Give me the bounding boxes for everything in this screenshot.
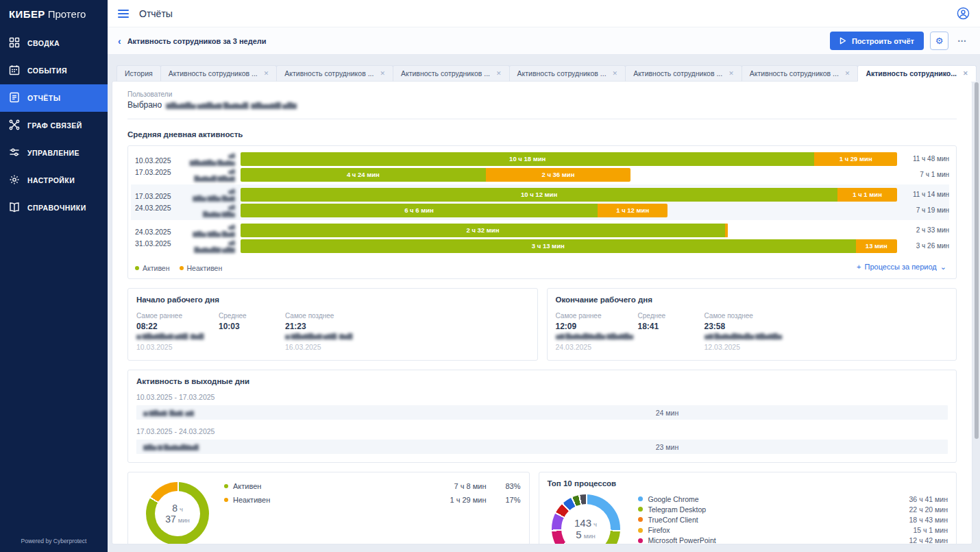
activity-legend: АктивенНеактивен: [135, 261, 232, 273]
avg-workday-donut[interactable]: 8ч 37мин: [146, 482, 209, 544]
center-minutes: 37: [165, 514, 176, 525]
activity-bar[interactable]: 10 ч 18 мин1 ч 29 мин: [241, 152, 897, 166]
activity-bar[interactable]: 10 ч 12 мин1 ч 1 мин: [241, 188, 897, 202]
inactive-segment-label: 1 ч 12 мин: [616, 206, 649, 214]
sidebar-item-label: УПРАВЛЕНИЕ: [27, 149, 79, 157]
active-segment-label: 6 ч 6 мин: [404, 206, 434, 214]
process-name: Firefox: [648, 526, 670, 534]
tab-close-icon[interactable]: ✕: [613, 70, 618, 77]
sidebar-item-graf-svyazey[interactable]: ГРАФ СВЯЗЕЙ: [0, 112, 108, 139]
sidebar-item-otchety[interactable]: ОТЧЁТЫ: [0, 84, 108, 112]
back-chevron-icon[interactable]: ‹: [118, 36, 121, 46]
sidebar-item-svodka[interactable]: СВОДКА: [0, 29, 108, 57]
top-donut-center: 143ч 5мин: [561, 504, 611, 544]
bar-track: 3 ч 13 мин13 мин: [241, 239, 897, 253]
redacted-user-line: ▅▇: [176, 204, 235, 211]
tab-item[interactable]: История: [117, 65, 161, 82]
report-title[interactable]: Активность сотрудников за 3 недели: [127, 37, 267, 45]
bar-track: 10 ч 12 мин1 ч 1 мин: [241, 188, 897, 202]
report-settings-button[interactable]: ⚙: [930, 32, 948, 50]
sidebar-item-spravochniki[interactable]: СПРАВОЧНИКИ: [0, 194, 108, 221]
processes-period-link[interactable]: + Процессы за период ⌄: [857, 263, 946, 272]
tab-close-icon[interactable]: ✕: [496, 70, 502, 77]
sidebar-item-sobytiya[interactable]: СОБЫТИЯ: [0, 57, 108, 84]
avgday-legend-value: 1 ч 29 мин: [437, 496, 487, 504]
legend-item: Неактивен: [180, 264, 223, 272]
activity-group: 10.03.202517.03.2025▅▇▆▇▅▆▇▅ ▇▅▆▅10 ч 18…: [131, 149, 949, 184]
period-end-date: 17.03.2025: [135, 167, 176, 178]
period-end-date: 31.03.2025: [135, 238, 176, 250]
hamburger-menu-icon[interactable]: [118, 8, 129, 20]
activity-group: 24.03.202531.03.2025▅▇▆▇▅ ▆▇▅ ▇▅▆2 ч 32 …: [131, 220, 949, 256]
tab-item[interactable]: Активность сотрудников ...✕: [742, 65, 859, 82]
report-header-bar: ‹ Активность сотрудников за 3 недели Пос…: [108, 27, 980, 55]
active-segment: 4 ч 24 мин: [241, 168, 486, 182]
top-processes-body: 143ч 5мин Google Chrome36 ч 41 минTelegr…: [548, 492, 948, 544]
inactive-segment-label: 2 ч 36 мин: [541, 171, 574, 178]
work-day-cards: Начало рабочего дня Самое раннее 08:22 ▅…: [127, 288, 957, 361]
tab-active[interactable]: Активность сотруднико...✕: [857, 65, 976, 82]
process-dot: [638, 538, 643, 543]
tab-item[interactable]: Активность сотрудников ...✕: [509, 65, 626, 82]
avgday-legend-label: Неактивен: [233, 496, 270, 504]
tab-close-icon[interactable]: ✕: [728, 70, 734, 77]
sidebar-item-upravlenie[interactable]: УПРАВЛЕНИЕ: [0, 139, 108, 167]
day-start-earliest: Самое раннее 08:22 ▅ ▆▇▅▆▇▅▆ ▅▆▇, ▆▅▇ 10…: [136, 312, 219, 351]
weekend-activity-card: Активность в выходные дни 10.03.2025 - 1…: [127, 370, 957, 463]
process-row: Telegram Desktop22 ч 20 мин: [638, 504, 948, 514]
activity-bar[interactable]: 6 ч 6 мин1 ч 12 мин: [241, 204, 667, 217]
book-icon: [9, 202, 20, 214]
sidebar-item-label: СПРАВОЧНИКИ: [27, 204, 86, 212]
active-segment-label: 2 ч 32 мин: [466, 226, 499, 234]
legend-label: Активен: [143, 264, 170, 272]
top-processes-donut[interactable]: 143ч 5мин: [552, 494, 620, 544]
redacted-user-name: ▇▅▆▅▇▆ ▅▇▆: [176, 246, 235, 253]
activity-chart-footer: АктивенНеактивен + Процессы за период ⌄: [135, 261, 946, 273]
center-hours: 143: [574, 517, 591, 529]
activity-bar[interactable]: 3 ч 13 мин13 мин: [241, 239, 897, 253]
day-start-title: Начало рабочего дня: [136, 296, 529, 304]
activity-bar[interactable]: 2 ч 32 мин: [241, 224, 728, 237]
sidebar-item-label: ОТЧЁТЫ: [27, 94, 60, 102]
stat-date: 16.03.2025: [285, 343, 529, 351]
redacted-user-name: ▇▅▆▅▇ ▆▇▅▆: [176, 175, 235, 182]
tab-item[interactable]: Активность сотрудников ...✕: [625, 65, 742, 82]
sidebar-item-nastroyki[interactable]: НАСТРОЙКИ: [0, 167, 108, 194]
legend-dot: [224, 484, 228, 488]
tab-item[interactable]: Активность сотрудников ...✕: [276, 65, 393, 82]
redacted-user-name: ▅▆ ▇▅▆▅▇▆▅▇▅ ▆▇▅▆▇▅: [556, 333, 638, 340]
activity-bar[interactable]: 4 ч 24 мин2 ч 36 мин: [241, 168, 630, 182]
period-start-date: 10.03.2025: [135, 155, 176, 167]
user-account-icon[interactable]: [957, 7, 970, 20]
weekend-row: ▆▇▅ ▆ ▇▅▆▅▇▆▅▇23 мин: [136, 440, 948, 454]
activity-rows: ▅▇▆▇▅ ▆▇▅ ▇▅▆10 ч 12 мин1 ч 1 мин11 ч 14…: [176, 187, 949, 218]
tab-close-icon[interactable]: ✕: [845, 70, 850, 77]
user-label: ▅▇▇▅▆▅▇ ▆▇▅▆: [176, 168, 241, 182]
build-report-button[interactable]: Построить отчёт: [830, 32, 924, 50]
sidebar: КИБЕР Протего СВОДКА СОБЫТИЯ ОТЧЁТЫ ГРАФ…: [0, 0, 108, 552]
users-selected: Выбрано ▆▇▅▆▇▅ ▅▆▇▅▆ ▇▅▆▅▇, ▆▇▅▅▆▇ ▅▇▆: [127, 100, 957, 110]
tab-label: Активность сотрудников ...: [633, 69, 722, 77]
stat-time: 23:58: [705, 322, 948, 331]
tab-close-icon[interactable]: ✕: [380, 70, 385, 77]
tab-label: Активность сотрудников ...: [284, 69, 373, 77]
tab-close-icon[interactable]: ✕: [264, 70, 269, 77]
redacted-user-name: ▅ ▆▇▅▆▇▅▆ ▅▆▇, ▆▅▇: [285, 333, 529, 340]
tab-item[interactable]: Активность сотрудников ...✕: [393, 65, 510, 82]
stat-date: 24.03.2025: [556, 343, 638, 351]
vertical-scrollbar[interactable]: [975, 82, 979, 439]
tab-close-icon[interactable]: ✕: [963, 70, 968, 77]
stat-time: 12:09: [556, 322, 638, 331]
user-label: ▅▇▇▅▆▅▇▆ ▅▇▆: [176, 239, 241, 253]
stat-time: 18:41: [638, 322, 705, 331]
redacted-user-name: ▅▆ ▇▅▆▅▇▆▅▇▅ ▆▇▅▆▇▅: [705, 333, 948, 340]
avgday-legend-value: 7 ч 8 мин: [437, 482, 487, 490]
tab-item[interactable]: Активность сотрудников ...✕: [160, 65, 278, 82]
active-segment: 10 ч 12 мин: [241, 188, 837, 202]
avgday-legend-row: Активен7 ч 8 мин83%: [224, 482, 521, 490]
top-processes-card: Топ 10 процессов 143ч 5мин Goog: [539, 472, 957, 544]
tab-label: История: [125, 69, 153, 77]
more-actions-button[interactable]: ⋯: [955, 36, 970, 46]
process-duration: 22 ч 20 мин: [909, 505, 948, 514]
inactive-segment-label: 1 ч 1 мин: [853, 191, 882, 198]
